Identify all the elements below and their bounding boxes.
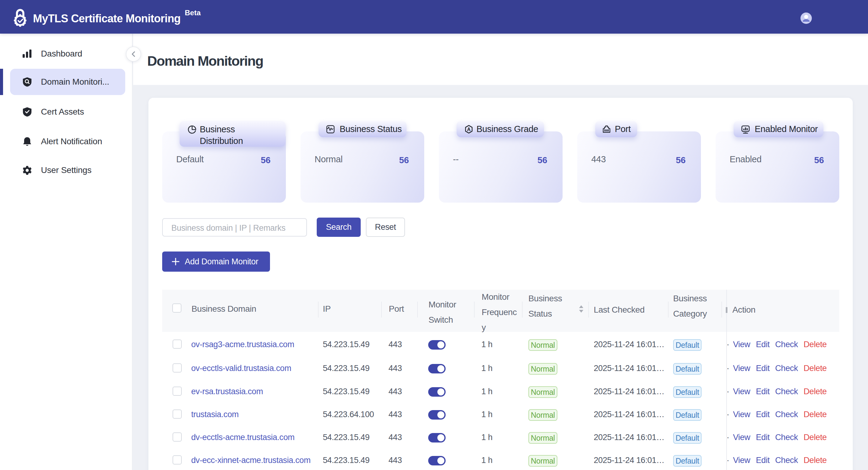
svg-text:A: A bbox=[467, 127, 471, 132]
